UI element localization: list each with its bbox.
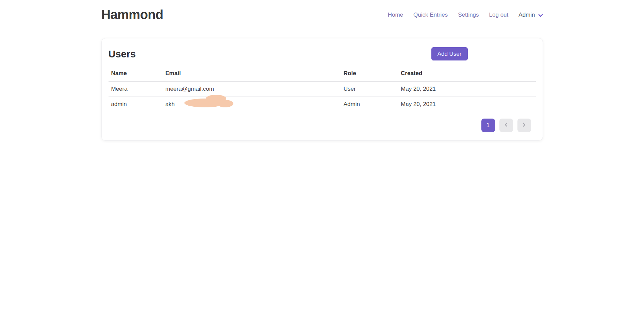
column-header-email: Email [163, 66, 341, 81]
nav-item-settings[interactable]: Settings [458, 12, 479, 18]
pagination-next-button[interactable] [517, 119, 531, 132]
chevron-right-icon [523, 122, 526, 129]
nav-item-quick-entries[interactable]: Quick Entries [413, 12, 448, 18]
cell-name: admin [109, 97, 163, 112]
cell-email: meera@gmail.com [163, 81, 341, 97]
page-title: Users [109, 49, 136, 60]
user-menu-label: Admin [518, 12, 535, 18]
cell-created: May 20, 2021 [398, 97, 535, 112]
add-user-button[interactable]: Add User [431, 47, 468, 60]
column-header-name: Name [109, 66, 163, 81]
nav-item-home[interactable]: Home [388, 12, 403, 18]
user-menu-dropdown[interactable]: Admin [518, 11, 543, 19]
nav-item-logout[interactable]: Log out [489, 12, 509, 18]
pagination-page-1-button[interactable]: 1 [481, 119, 495, 132]
main-nav: Home Quick Entries Settings Log out Admi… [388, 11, 543, 19]
cell-created: May 20, 2021 [398, 81, 535, 97]
cell-role: User [341, 81, 398, 97]
users-table: Name Email Role Created Meera meera@gmai… [109, 66, 536, 112]
brand-logo[interactable]: Hammond [101, 7, 163, 22]
chevron-down-icon [538, 12, 543, 19]
column-header-role: Role [341, 66, 398, 81]
cell-email-text: akh [165, 101, 175, 107]
chevron-left-icon [505, 122, 508, 129]
top-navigation-bar: Hammond Home Quick Entries Settings Log … [0, 0, 644, 29]
table-row: admin akh Admin May 20, 2021 [109, 97, 536, 112]
users-card: Users Add User Name Email Role Created M… [101, 38, 543, 141]
pagination-prev-button[interactable] [499, 119, 513, 132]
table-header-row: Name Email Role Created [109, 66, 536, 81]
column-header-created: Created [398, 66, 535, 81]
cell-name: Meera [109, 81, 163, 97]
table-row: Meera meera@gmail.com User May 20, 2021 [109, 81, 536, 97]
main-content: Users Add User Name Email Role Created M… [0, 38, 644, 141]
cell-role: Admin [341, 97, 398, 112]
cell-email: akh [163, 97, 341, 112]
pagination: 1 [109, 119, 531, 132]
